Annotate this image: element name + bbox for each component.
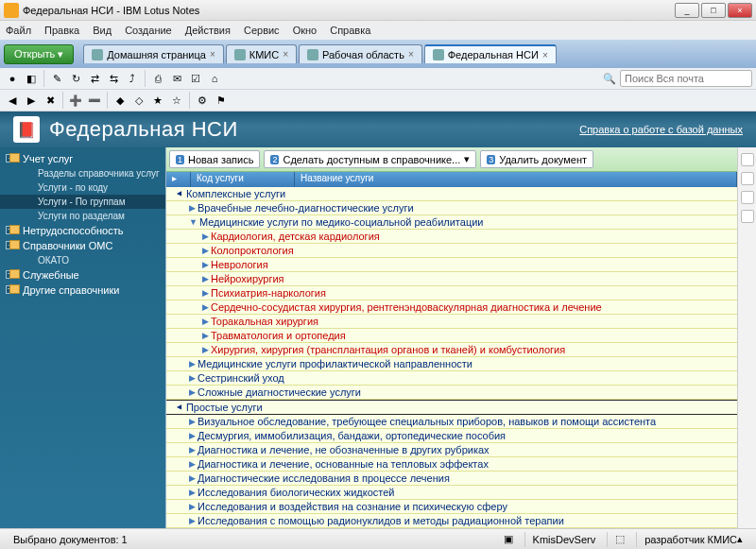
tb-icon[interactable]: ↻ [67,70,84,87]
expand-icon[interactable]: ▶ [189,417,196,426]
menu-Окно[interactable]: Окно [293,25,318,36]
tb-icon[interactable]: ☑ [187,70,204,87]
tb-icon[interactable]: ● [4,70,21,87]
list-item[interactable]: ▶Хирургия, хирургия (трансплантация орга… [166,343,737,357]
expand-icon[interactable]: ▼ [175,403,184,412]
list-item[interactable]: ▶Исследования с помощью радионуклидов и … [166,514,737,528]
publish-button[interactable]: 2Сделать доступным в справочнике... ▾ [264,150,476,168]
list-item[interactable]: ▶Диагностика и лечение, основанные на те… [166,457,737,472]
expand-icon[interactable]: ▶ [202,232,209,241]
expand-icon[interactable]: ▶ [189,387,196,397]
list-item[interactable]: ▼Простые услуги [166,400,737,415]
status-dev[interactable]: разработчик КМИС ▴ [636,532,750,547]
tb-icon[interactable]: ◧ [23,70,40,87]
sidebar-item[interactable]: Услуги - по коду [0,180,165,195]
sidebar-item[interactable]: +Нетрудоспособность [0,223,165,238]
tb-icon[interactable]: ⌂ [206,70,223,87]
expand-icon[interactable]: ▼ [189,217,198,227]
expand-icon[interactable]: ▶ [189,488,196,497]
expand-icon[interactable]: ▶ [202,317,209,326]
expand-icon[interactable]: ▶ [189,373,196,383]
list-item[interactable]: ▼Комплексные услуги [166,187,737,201]
list-item[interactable]: ▶Кардиология, детская кардиология [166,230,737,244]
menu-Сервис[interactable]: Сервис [244,25,280,36]
expand-icon[interactable]: ▶ [189,459,196,469]
sidebar-item[interactable]: ОКАТО [0,253,165,267]
tb-icon[interactable]: ◀ [4,92,21,109]
list-item[interactable]: ▶Визуальное обследование, требующее спец… [166,415,737,429]
close-button[interactable]: × [728,3,752,18]
minimize-button[interactable]: _ [675,3,699,18]
col-code[interactable]: Код услуги [191,172,295,187]
list-item[interactable]: ▶Медицинские услуги профилактической нап… [166,357,737,371]
gutter-icon[interactable] [741,172,754,185]
list-item[interactable]: ▶Десмургия, иммобилизация, бандажи, орто… [166,429,737,443]
tab-Федеральная НСИ[interactable]: Федеральная НСИ× [424,44,557,63]
col-name[interactable]: Название услуги [295,172,737,187]
menu-Файл[interactable]: Файл [6,25,31,36]
tb-icon[interactable]: ⇄ [86,70,103,87]
expand-icon[interactable]: ▶ [189,431,196,440]
open-button[interactable]: Открыть ▾ [4,44,74,64]
tb-icon[interactable]: ✖ [42,92,59,109]
gutter-icon[interactable] [741,153,754,166]
sidebar-item[interactable]: Услуги - По группам [0,195,165,209]
sidebar-item[interactable]: Услуги по разделам [0,209,165,223]
status-icon[interactable]: ⬚ [607,532,632,547]
gutter-icon[interactable] [741,191,754,204]
sidebar-item[interactable]: -Учет услуг [0,151,165,166]
tab-Домашняя страница[interactable]: Домашняя страница× [83,44,224,63]
tb-icon[interactable]: ▶ [23,92,40,109]
list-item[interactable]: ▶Торакальная хирургия [166,315,737,329]
tab-close-icon[interactable]: × [210,49,215,60]
expand-icon[interactable]: ▶ [189,502,196,511]
expand-icon[interactable]: ▶ [202,302,209,312]
list-item[interactable]: ▶Травматология и ортопедия [166,329,737,343]
sidebar-item[interactable]: Разделы справочника услуг [0,166,165,180]
gutter-icon[interactable] [741,210,754,223]
list-item[interactable]: ▶Диагностические исследования в процессе… [166,472,737,486]
tb-icon[interactable]: ◇ [130,92,147,109]
search-input[interactable] [620,70,752,87]
list-item[interactable]: ▶Неврология [166,258,737,272]
expand-icon[interactable]: ▶ [202,345,209,354]
search-icon[interactable]: 🔍 [601,70,618,87]
tb-icon[interactable]: ✉ [168,70,185,87]
new-record-button[interactable]: 1Новая запись [169,150,260,168]
list-item[interactable]: ▶Исследования и воздействия на сознание … [166,500,737,514]
expand-icon[interactable]: ▶ [202,260,209,269]
expand-icon[interactable]: ▼ [175,190,184,198]
expand-icon[interactable]: ▶ [202,274,209,283]
tab-close-icon[interactable]: × [283,49,288,60]
list-item[interactable]: ▶Сестринский уход [166,371,737,386]
tab-close-icon[interactable]: × [408,49,414,60]
expand-icon[interactable]: ▶ [189,203,196,213]
tb-icon[interactable]: ⤴ [124,70,141,87]
tab-КМИС[interactable]: КМИС× [226,44,297,63]
menu-Действия[interactable]: Действия [185,25,231,36]
tab-close-icon[interactable]: × [542,50,548,60]
expand-icon[interactable]: ▶ [202,246,209,255]
expand-icon[interactable]: ▶ [189,359,196,369]
sidebar-item[interactable]: +Другие справочники [0,283,165,298]
tb-icon[interactable]: ⚑ [213,92,230,109]
list-item[interactable]: ▶Сердечно-сосудистая хирургия, рентгенэн… [166,300,737,315]
tb-icon[interactable]: ☆ [168,92,185,109]
service-list[interactable]: ▼Комплексные услуги▶Врачебные лечебно-ди… [166,187,737,549]
list-item[interactable]: ▶Сложные диагностические услуги [166,386,737,400]
sidebar-item[interactable]: +Служебные [0,267,165,283]
tb-icon[interactable]: ⚙ [194,92,211,109]
list-item[interactable]: ▶Исследования биологических жидкостей [166,486,737,500]
list-item[interactable]: ▼Медицинские услуги по медико-социальной… [166,215,737,230]
tab-Рабочая область[interactable]: Рабочая область× [299,44,422,63]
menu-Вид[interactable]: Вид [93,25,112,36]
menu-Создание[interactable]: Создание [125,25,172,36]
col-expand[interactable]: ▸ [166,172,191,187]
menu-Правка[interactable]: Правка [44,25,79,36]
maximize-button[interactable]: □ [701,3,726,18]
list-item[interactable]: ▶Врачебные лечебно-диагностические услуг… [166,201,737,215]
sidebar-item[interactable]: -Справочники ОМС [0,238,165,253]
tb-icon[interactable]: ◆ [112,92,129,109]
expand-icon[interactable]: ▶ [189,473,196,483]
tb-icon[interactable]: ★ [149,92,166,109]
